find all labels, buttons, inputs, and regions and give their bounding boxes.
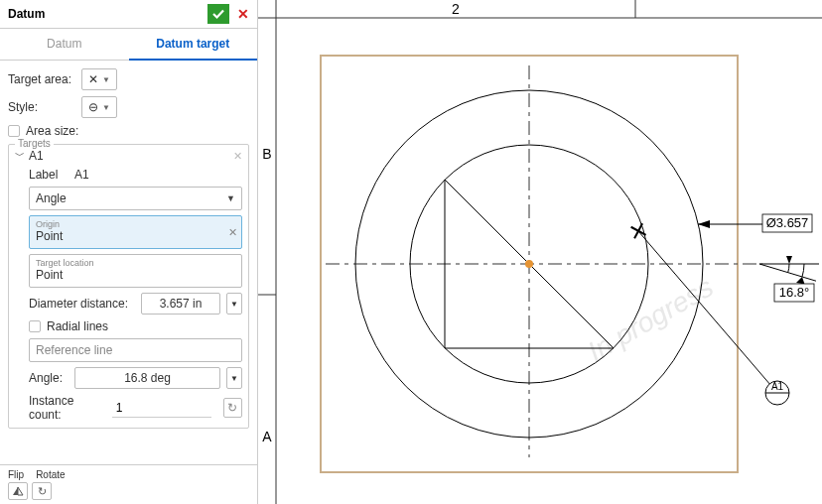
delete-target-icon[interactable]: ✕	[233, 150, 242, 163]
angle-dropdown[interactable]: Angle ▼	[29, 187, 242, 210]
target-location-value: Point	[36, 268, 235, 282]
refresh-button[interactable]: ↻	[223, 398, 242, 418]
style-label: Style:	[8, 100, 75, 114]
confirm-button[interactable]	[207, 4, 229, 24]
watermark-text: In progress	[583, 271, 719, 367]
rotate-label: Rotate	[36, 469, 65, 480]
origin-label: Origin	[36, 219, 223, 229]
angle-dimension: 16.8°	[779, 285, 810, 300]
style-symbol-icon: ⊖	[88, 100, 98, 114]
angle-row-label: Angle:	[29, 371, 68, 385]
flip-label: Flip	[8, 469, 24, 480]
angle-dropdown-value: Angle	[36, 191, 67, 205]
instance-row: Instance count: ↻	[29, 394, 242, 422]
panel-header: Datum ✕	[0, 0, 257, 29]
svg-point-9	[525, 260, 533, 268]
flip-button[interactable]	[8, 482, 28, 500]
svg-marker-19	[796, 277, 805, 285]
svg-marker-18	[786, 256, 792, 264]
target-area-label: Target area:	[8, 72, 75, 86]
area-size-label: Area size:	[26, 124, 78, 138]
radial-lines-label: Radial lines	[47, 319, 108, 333]
datum-balloon-text: A1	[771, 381, 784, 392]
diameter-dimension: Ø3.657	[766, 215, 809, 230]
rotate-button[interactable]: ↻	[32, 482, 52, 500]
angle-stepper[interactable]: ▼	[226, 367, 242, 389]
radial-lines-row: Radial lines	[29, 319, 242, 333]
svg-line-21	[759, 264, 816, 281]
targets-group: Targets ﹀ A1 ✕ Label A1 Angle ▼	[8, 144, 249, 429]
reference-line-input[interactable]: Reference line	[29, 338, 242, 362]
target-name: A1	[29, 149, 229, 163]
target-location-field[interactable]: Target location Point	[29, 254, 242, 288]
target-area-select[interactable]: ✕ ▼	[81, 68, 117, 90]
chevron-down-icon: ▼	[226, 193, 235, 203]
close-icon: ✕	[237, 6, 249, 22]
tab-datum-target[interactable]: Datum target	[129, 29, 258, 61]
flip-icon	[12, 485, 24, 497]
panel-body: Target area: ✕ ▼ Style: ⊖ ▼ Area size: T…	[0, 61, 257, 465]
target-area-x-icon: ✕	[88, 72, 98, 86]
diameter-row: Diameter distance: 3.657 in ▼	[29, 293, 242, 315]
instance-label: Instance count:	[29, 394, 106, 422]
instance-input[interactable]	[112, 399, 211, 418]
chevron-down-icon[interactable]: ﹀	[15, 149, 25, 163]
flip-rotate-row: Flip Rotate ↻	[0, 465, 257, 504]
target-item-row[interactable]: ﹀ A1 ✕	[15, 149, 242, 163]
row-b-label: B	[262, 146, 271, 162]
origin-field[interactable]: Origin Point ✕	[29, 215, 242, 249]
radial-lines-checkbox[interactable]	[29, 320, 41, 332]
targets-group-label: Targets	[15, 138, 54, 149]
datum-panel: Datum ✕ Datum Datum target Target area: …	[0, 0, 258, 504]
svg-marker-16	[698, 220, 710, 228]
diameter-stepper[interactable]: ▼	[226, 293, 242, 315]
row-a-label: A	[262, 429, 272, 444]
diameter-label: Diameter distance:	[29, 297, 135, 311]
col-label: 2	[452, 1, 460, 17]
target-area-row: Target area: ✕ ▼	[8, 68, 249, 90]
tab-datum[interactable]: Datum	[0, 29, 129, 60]
label-value: A1	[74, 168, 89, 182]
drawing-canvas[interactable]: 2 B A In progress	[258, 0, 822, 504]
label-label: Label	[29, 168, 68, 182]
angle-row: Angle: 16.8 deg ▼	[29, 367, 242, 389]
clear-origin-icon[interactable]: ✕	[228, 226, 237, 239]
cancel-button[interactable]: ✕	[233, 4, 253, 24]
chevron-down-icon: ▼	[102, 75, 110, 84]
area-size-checkbox[interactable]	[8, 125, 20, 137]
style-select[interactable]: ⊖ ▼	[81, 96, 117, 118]
target-location-label: Target location	[36, 258, 235, 268]
origin-value: Point	[36, 229, 223, 243]
tab-bar: Datum Datum target	[0, 29, 257, 61]
style-row: Style: ⊖ ▼	[8, 96, 249, 118]
diameter-input[interactable]: 3.657 in	[141, 293, 220, 315]
checkmark-icon	[211, 7, 225, 21]
angle-input[interactable]: 16.8 deg	[74, 367, 220, 389]
chevron-down-icon: ▼	[102, 103, 110, 112]
panel-title: Datum	[8, 7, 45, 21]
area-size-row: Area size:	[8, 124, 249, 138]
